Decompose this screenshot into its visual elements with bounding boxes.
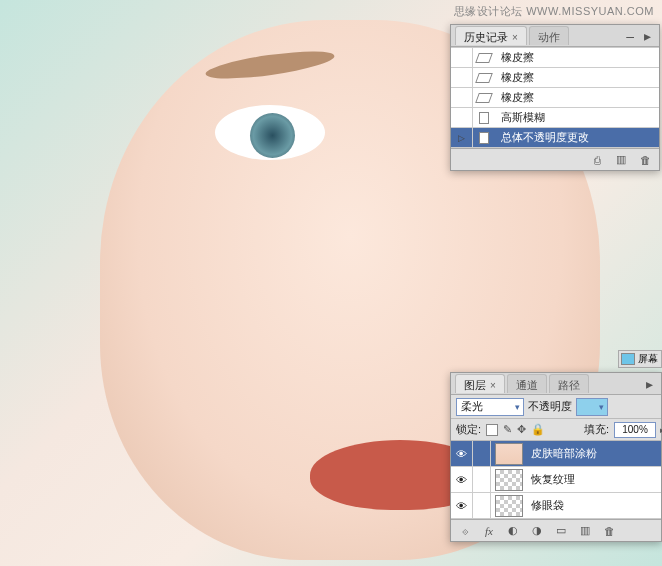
group-icon[interactable]: ▭ <box>553 523 569 539</box>
history-item-label: 橡皮擦 <box>495 90 659 105</box>
layer-name: 皮肤暗部涂粉 <box>527 446 597 461</box>
new-layer-icon[interactable]: ▥ <box>577 523 593 539</box>
lock-row: 锁定: ✎ ✥ 🔒 填充: 100% <box>451 419 661 441</box>
swatch-label: 屏幕 <box>638 352 658 366</box>
lock-transparency-icon[interactable] <box>486 424 498 436</box>
minimize-icon[interactable]: – <box>622 28 638 44</box>
fill-value: 100% <box>622 424 648 435</box>
layer-name: 修眼袋 <box>527 498 564 513</box>
delete-icon[interactable]: 🗑 <box>637 152 653 168</box>
history-item[interactable]: 橡皮擦 <box>451 88 659 108</box>
layer-thumbnail[interactable] <box>495 469 523 491</box>
watermark-text: 思缘设计论坛 WWW.MISSYUAN.COM <box>454 4 654 19</box>
eye-icon: 👁 <box>456 474 467 486</box>
swatch-icon <box>621 353 635 365</box>
layer-row[interactable]: 👁 皮肤暗部涂粉 <box>451 441 661 467</box>
blend-mode-value: 柔光 <box>461 399 483 414</box>
layers-tabs: 图层 × 通道 路径 ▸ <box>451 373 661 395</box>
tab-paths[interactable]: 路径 <box>549 374 589 393</box>
tab-label: 图层 <box>464 378 486 393</box>
close-icon[interactable]: × <box>490 380 496 391</box>
layer-name: 恢复纹理 <box>527 472 575 487</box>
history-item-label: 高斯模糊 <box>495 110 659 125</box>
fx-icon[interactable]: fx <box>481 523 497 539</box>
fill-label: 填充: <box>584 422 609 437</box>
history-item[interactable]: 橡皮擦 <box>451 48 659 68</box>
full-lock-icon[interactable]: 🔒 <box>531 423 545 436</box>
history-item-label: 橡皮擦 <box>495 70 659 85</box>
visibility-toggle[interactable]: 👁 <box>451 493 473 518</box>
tab-label: 动作 <box>538 30 560 45</box>
caret-icon: ▷ <box>458 133 465 143</box>
new-state-icon[interactable]: ▥ <box>613 152 629 168</box>
eye-icon: 👁 <box>456 448 467 460</box>
layers-footer: ⟐ fx ◐ ◑ ▭ ▥ 🗑 <box>451 519 661 541</box>
link-cell[interactable] <box>473 493 491 518</box>
tab-label: 路径 <box>558 378 580 393</box>
panel-menu-icon[interactable]: ▸ <box>640 28 655 44</box>
color-swatch-tag[interactable]: 屏幕 <box>618 350 662 368</box>
opacity-select[interactable] <box>576 398 608 416</box>
eyebrow <box>204 46 336 84</box>
tab-channels[interactable]: 通道 <box>507 374 547 393</box>
layer-thumbnail[interactable] <box>495 443 523 465</box>
history-list: 橡皮擦 橡皮擦 橡皮擦 高斯模糊 ▷ 总体不透明度更改 <box>451 47 659 148</box>
eraser-icon <box>475 53 493 63</box>
brush-lock-icon[interactable]: ✎ <box>503 423 512 436</box>
snapshot-icon[interactable]: ⎙ <box>589 152 605 168</box>
eraser-icon <box>475 73 493 83</box>
tab-label: 历史记录 <box>464 30 508 45</box>
link-cell[interactable] <box>473 467 491 492</box>
visibility-toggle[interactable]: 👁 <box>451 441 473 466</box>
history-panel: 历史记录 × 动作 – ▸ 橡皮擦 橡皮擦 橡皮擦 高斯模糊 <box>450 24 660 171</box>
history-item-label: 总体不透明度更改 <box>495 130 659 145</box>
move-lock-icon[interactable]: ✥ <box>517 423 526 436</box>
panel-menu-icon[interactable]: ▸ <box>642 376 657 392</box>
link-layers-icon[interactable]: ⟐ <box>457 523 473 539</box>
opacity-label: 不透明度 <box>528 399 572 414</box>
mask-icon[interactable]: ◐ <box>505 523 521 539</box>
layers-panel: 图层 × 通道 路径 ▸ 柔光 不透明度 锁定: ✎ ✥ 🔒 填充: 100% … <box>450 372 662 542</box>
layers-list: 👁 皮肤暗部涂粉 👁 恢复纹理 👁 修眼袋 <box>451 441 661 519</box>
tab-actions[interactable]: 动作 <box>529 26 569 45</box>
history-item[interactable]: ▷ 总体不透明度更改 <box>451 128 659 148</box>
delete-layer-icon[interactable]: 🗑 <box>601 523 617 539</box>
history-item[interactable]: 橡皮擦 <box>451 68 659 88</box>
history-item[interactable]: 高斯模糊 <box>451 108 659 128</box>
document-icon <box>479 112 489 124</box>
document-icon <box>479 132 489 144</box>
tab-layers[interactable]: 图层 × <box>455 374 505 393</box>
fill-input[interactable]: 100% <box>614 422 656 438</box>
adjustment-icon[interactable]: ◑ <box>529 523 545 539</box>
history-footer: ⎙ ▥ 🗑 <box>451 148 659 170</box>
layers-toolbar: 柔光 不透明度 <box>451 395 661 419</box>
close-icon[interactable]: × <box>512 32 518 43</box>
lock-label: 锁定: <box>456 422 481 437</box>
link-cell[interactable] <box>473 441 491 466</box>
layer-thumbnail[interactable] <box>495 495 523 517</box>
history-item-label: 橡皮擦 <box>495 50 659 65</box>
eye-left <box>215 105 325 160</box>
tab-label: 通道 <box>516 378 538 393</box>
layer-row[interactable]: 👁 恢复纹理 <box>451 467 661 493</box>
layer-row[interactable]: 👁 修眼袋 <box>451 493 661 519</box>
tab-history[interactable]: 历史记录 × <box>455 26 527 45</box>
visibility-toggle[interactable]: 👁 <box>451 467 473 492</box>
eraser-icon <box>475 93 493 103</box>
eye-icon: 👁 <box>456 500 467 512</box>
history-tabs: 历史记录 × 动作 – ▸ <box>451 25 659 47</box>
blend-mode-select[interactable]: 柔光 <box>456 398 524 416</box>
